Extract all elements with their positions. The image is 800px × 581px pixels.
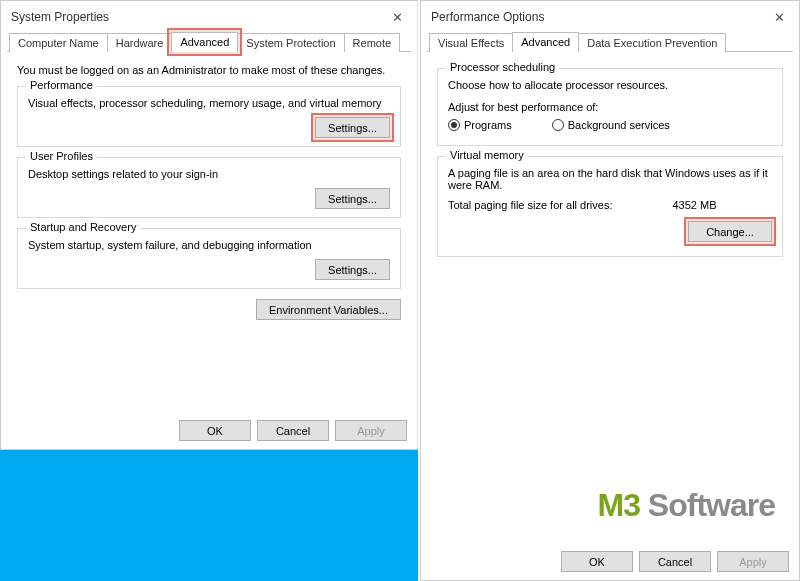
tab-remote[interactable]: Remote [344,33,401,52]
titlebar: Performance Options ✕ [421,1,799,31]
ok-button[interactable]: OK [561,551,633,572]
apply-button[interactable]: Apply [335,420,407,441]
ok-button[interactable]: OK [179,420,251,441]
radio-background-services[interactable]: Background services [552,119,670,131]
group-processor-scheduling: Processor scheduling Choose how to alloc… [437,68,783,146]
radio-background-label: Background services [568,119,670,131]
group-label-startup: Startup and Recovery [26,221,140,233]
environment-variables-button[interactable]: Environment Variables... [256,299,401,320]
group-startup-recovery: Startup and Recovery System startup, sys… [17,228,401,289]
radio-icon [448,119,460,131]
adjust-label: Adjust for best performance of: [448,101,772,113]
watermark: M3 Software [598,487,775,524]
user-profiles-desc: Desktop settings related to your sign-in [28,168,390,180]
dialog-title: System Properties [11,10,109,24]
startup-settings-button[interactable]: Settings... [315,259,390,280]
tabstrip: Computer Name Hardware Advanced System P… [7,31,411,52]
group-label-user-profiles: User Profiles [26,150,97,162]
cancel-button[interactable]: Cancel [257,420,329,441]
vm-total-label: Total paging file size for all drives: [448,199,612,211]
tab-advanced[interactable]: Advanced [512,32,579,52]
close-icon[interactable]: ✕ [385,7,409,27]
performance-settings-button[interactable]: Settings... [315,117,390,138]
performance-options-dialog: Performance Options ✕ Visual Effects Adv… [420,0,800,581]
titlebar: System Properties ✕ [1,1,417,31]
watermark-3: 3 [623,487,640,523]
radio-programs[interactable]: Programs [448,119,512,131]
group-virtual-memory: Virtual memory A paging file is an area … [437,156,783,257]
group-performance: Performance Visual effects, processor sc… [17,86,401,147]
desktop-background [0,450,418,581]
radio-programs-label: Programs [464,119,512,131]
tabstrip: Visual Effects Advanced Data Execution P… [427,31,793,52]
group-user-profiles: User Profiles Desktop settings related t… [17,157,401,218]
dialog-title: Performance Options [431,10,544,24]
system-properties-dialog: System Properties ✕ Computer Name Hardwa… [0,0,418,450]
user-profiles-settings-button[interactable]: Settings... [315,188,390,209]
tab-advanced[interactable]: Advanced [171,32,238,52]
cancel-button[interactable]: Cancel [639,551,711,572]
tabpanel-advanced: Processor scheduling Choose how to alloc… [421,52,799,271]
tab-hardware[interactable]: Hardware [107,33,173,52]
admin-notice: You must be logged on as an Administrato… [17,64,401,76]
tab-visual-effects[interactable]: Visual Effects [429,33,513,52]
tab-computer-name[interactable]: Computer Name [9,33,108,52]
group-label-performance: Performance [26,79,97,91]
apply-button[interactable]: Apply [717,551,789,572]
close-icon[interactable]: ✕ [767,7,791,27]
tabpanel-advanced: You must be logged on as an Administrato… [1,52,417,324]
watermark-rest: Software [640,487,775,523]
watermark-m: M [598,487,624,523]
vm-desc: A paging file is an area on the hard dis… [448,167,772,191]
vm-change-button[interactable]: Change... [688,221,772,242]
startup-desc: System startup, system failure, and debu… [28,239,390,251]
vm-total-value: 4352 MB [672,199,716,211]
tab-dep[interactable]: Data Execution Prevention [578,33,726,52]
performance-desc: Visual effects, processor scheduling, me… [28,97,390,109]
group-label-virtual-memory: Virtual memory [446,149,528,161]
radio-icon [552,119,564,131]
tab-system-protection[interactable]: System Protection [237,33,344,52]
dialog-footer-buttons: OK Cancel Apply [561,551,789,572]
processor-desc: Choose how to allocate processor resourc… [448,79,772,91]
dialog-footer-buttons: OK Cancel Apply [179,420,407,441]
group-label-processor: Processor scheduling [446,61,559,73]
